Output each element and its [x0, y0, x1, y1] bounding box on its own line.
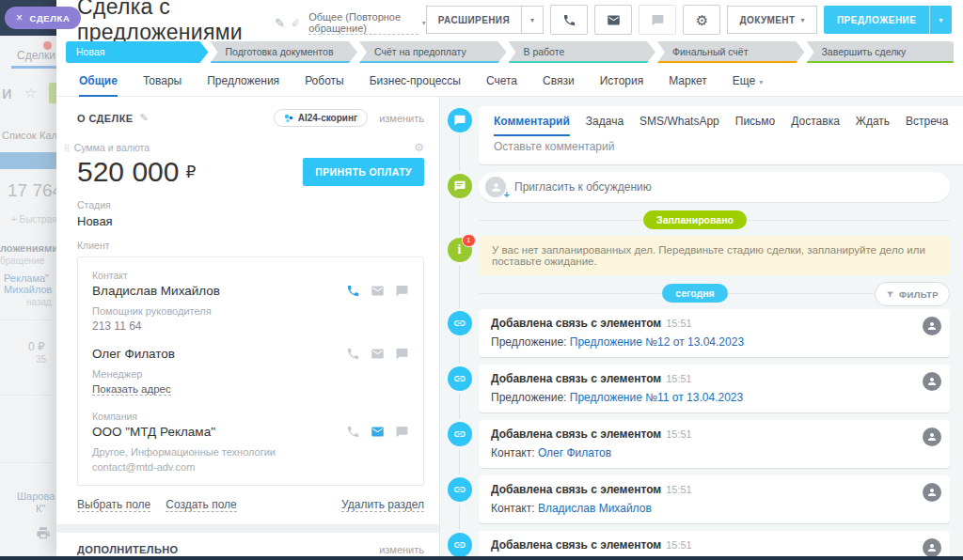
entry-body: Контакт: Олег Филатов [491, 446, 918, 459]
empty-plan-notice: У вас нет запланированных дел. Передвинь… [479, 236, 950, 275]
extensions-button[interactable]: РАСШИРЕНИЯ ▾ [426, 6, 545, 34]
gear-icon: ⚙ [696, 13, 708, 27]
create-field-link[interactable]: Создать поле [166, 498, 237, 512]
tab-letter[interactable]: Письмо [735, 106, 776, 136]
avatar [923, 428, 941, 446]
invite-to-discussion[interactable]: + Пригласить к обсуждению [479, 172, 950, 202]
tab-meeting[interactable]: Встреча [906, 106, 948, 136]
field-gear-icon[interactable]: ⚙ [414, 141, 424, 154]
invite-label: Пригласить к обсуждению [514, 180, 652, 194]
document-button[interactable]: ДОКУМЕНТ ▾ [727, 6, 816, 34]
entry-time: 15:51 [666, 428, 692, 440]
composer-tabs: Комментарий Задача SMS/WhatsApp Письмо Д… [479, 106, 963, 136]
contact-name[interactable]: Владислав Михайлов [92, 284, 220, 298]
chat-icon[interactable] [395, 347, 409, 361]
chat-button[interactable] [639, 5, 676, 35]
stage-prepay[interactable]: Счёт на предоплату [359, 41, 507, 63]
entry-link[interactable]: Предложение №11 от 13.04.2023 [570, 391, 743, 404]
entry-title: Добавлена связь с элементом15:51 [491, 483, 918, 496]
planned-divider: Запланировано [440, 210, 950, 230]
entry-time: 15:51 [666, 539, 692, 551]
stage-new[interactable]: Новая [66, 41, 209, 63]
proposal-label[interactable]: ПРЕДЛОЖЕНИЕ [824, 6, 930, 34]
tab-general[interactable]: Общие [79, 74, 118, 97]
contact-name[interactable]: Олег Филатов [92, 347, 175, 361]
slider-tab-deal[interactable]: × СДЕЛКА [5, 7, 81, 29]
phone-icon[interactable] [346, 347, 360, 361]
settings-button[interactable]: ⚙ [683, 5, 720, 35]
chat-icon[interactable] [395, 425, 409, 439]
extensions-caret[interactable]: ▾ [522, 6, 544, 34]
entry-link[interactable]: Владислав Михайлов [538, 502, 652, 515]
call-button[interactable] [550, 5, 588, 35]
drag-handle-icon[interactable]: ⣿ [64, 145, 70, 151]
tab-delivery[interactable]: Доставка [791, 106, 840, 136]
tab-comment[interactable]: Комментарий [494, 106, 570, 136]
company-name[interactable]: ООО "МТД Реклама" [92, 425, 215, 439]
additional-edit-link[interactable]: изменить [379, 544, 424, 555]
filter-button[interactable]: ФИЛЬТР [875, 282, 950, 306]
tab-robots[interactable]: Роботы [305, 74, 344, 97]
stage-docs[interactable]: Подготовка документов [211, 41, 358, 63]
tab-products[interactable]: Товары [143, 74, 182, 97]
edit-section-icon[interactable]: ✎ [140, 112, 149, 124]
amount-label: Сумма и валюта [74, 142, 150, 153]
deal-category-selector[interactable]: Общее (Повторное обращение) [308, 11, 418, 35]
close-icon[interactable]: × [16, 11, 24, 24]
about-edit-link[interactable]: изменить [379, 113, 424, 124]
tab-links[interactable]: Связи [543, 74, 575, 97]
extensions-label[interactable]: РАСШИРЕНИЯ [426, 6, 522, 34]
tab-invoices[interactable]: Счета [486, 74, 517, 97]
entry-title: Добавлена связь с элементом15:51 [491, 538, 918, 552]
notice-count-badge: 1 [462, 234, 475, 247]
about-section-title: О СДЕЛКЕ [77, 113, 134, 124]
stage-inwork[interactable]: В работе [509, 41, 656, 63]
comment-input[interactable] [479, 136, 963, 164]
tab-more[interactable]: Еще▾ [733, 74, 763, 97]
chat-icon[interactable] [395, 284, 409, 298]
tab-task[interactable]: Задача [586, 106, 624, 136]
phone-icon[interactable] [346, 425, 360, 439]
tab-market[interactable]: Маркет [669, 74, 707, 97]
link-icon [448, 311, 472, 335]
client-label: Клиент [77, 240, 424, 251]
entry-link[interactable]: Предложение №12 от 13.04.2023 [570, 335, 744, 349]
avatar [923, 483, 941, 502]
stage-final-invoice[interactable]: Финальный счёт [657, 41, 805, 63]
mail-icon[interactable] [371, 284, 385, 298]
timeline-entry: Добавлена связь с элементом15:51 Контакт… [440, 420, 950, 468]
window-bottom-edge [0, 556, 963, 560]
select-field-link[interactable]: Выбрать поле [77, 498, 150, 512]
paperclip-icon[interactable] [291, 17, 299, 29]
proposal-button[interactable]: ПРЕДЛОЖЕНИЕ ▾ [824, 6, 952, 34]
show-address-link[interactable]: Показать адрес [92, 383, 171, 396]
tab-history[interactable]: История [600, 74, 644, 97]
tab-wait[interactable]: Ждать [856, 106, 890, 136]
entry-time: 15:51 [666, 318, 692, 329]
edit-title-icon[interactable]: ✎ [275, 16, 285, 30]
ai-scoring-button[interactable]: AI24-скоринг [274, 109, 368, 127]
delete-section-link[interactable]: Удалить раздел [341, 498, 424, 512]
phone-icon [562, 13, 576, 27]
mail-icon[interactable] [371, 347, 385, 361]
chevron-down-icon: ▾ [759, 78, 763, 86]
link-icon [448, 477, 472, 502]
entry-body: Предложение: Предложение №12 от 13.04.20… [491, 335, 918, 349]
tab-sms-whatsapp[interactable]: SMS/WhatsApp [639, 106, 719, 136]
tab-proposals[interactable]: Предложения [207, 74, 279, 97]
email-button[interactable] [594, 5, 632, 35]
proposal-caret[interactable]: ▾ [929, 6, 952, 34]
mail-icon[interactable] [371, 425, 385, 439]
document-label[interactable]: ДОКУМЕНТ ▾ [727, 6, 816, 34]
timeline-panel: Комментарий Задача SMS/WhatsApp Письмо Д… [440, 97, 963, 556]
entry-link[interactable]: Олег Филатов [538, 446, 611, 459]
link-icon [448, 366, 472, 391]
phone-icon[interactable] [346, 284, 360, 298]
entry-time: 15:51 [666, 373, 692, 384]
accept-payment-button[interactable]: ПРИНЯТЬ ОПЛАТУ [303, 158, 424, 186]
comment-stream-icon [448, 108, 472, 132]
entry-title: Добавлена связь с элементом15:51 [491, 317, 918, 330]
entry-body: Предложение: Предложение №11 от 13.04.20… [491, 391, 918, 404]
tab-bizproc[interactable]: Бизнес-процессы [370, 74, 461, 97]
stage-close[interactable]: Завершить сделку [807, 41, 955, 63]
